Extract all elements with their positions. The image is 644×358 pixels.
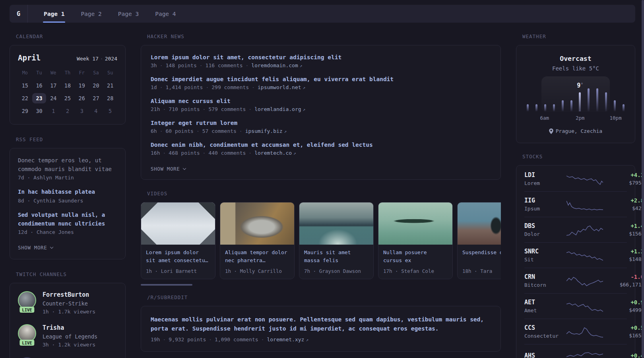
item-comments[interactable]: 299 comments [211,84,249,90]
calendar-day[interactable]: 25 [60,93,75,103]
video-card-body: Mauris sit amet massa felis7h · Grayson … [299,245,373,279]
app-logo[interactable]: G [10,5,28,23]
rss-item-title[interactable]: Sed volutpat nulla nisl, a condimentum n… [18,211,117,228]
calendar-day[interactable]: 19 [75,80,89,91]
left-column: CALENDAR April Week 17·2024 MoTuWeThFrSa… [10,33,126,358]
video-title[interactable]: Suspendisse diam [462,249,501,265]
video-card[interactable]: Lorem ipsum dolor sit amet consectetu…1h… [141,202,215,279]
hackernews-show-more-button[interactable]: SHOW MORE [151,166,186,172]
tab-page-1[interactable]: Page 1 [38,5,70,23]
hackernews-item-title[interactable]: Donec imperdiet augue tincidunt felis al… [151,76,491,82]
stock-row[interactable]: AHS+0.46% [524,344,627,358]
stock-row[interactable]: CCSConsectetur+0.51%$165.84 [524,319,627,344]
calendar-day[interactable]: 29 [18,106,32,116]
stock-row[interactable]: SNRCSit+1.36%$148.64 [524,242,627,268]
rss-item[interactable]: Donec tempor eros leo, ut commodo mauris… [18,156,117,181]
hackernews-item: Donec imperdiet augue tincidunt felis al… [151,76,491,90]
twitch-channel-name[interactable]: ForrestBurton [43,291,95,298]
meta-separator: · [248,106,252,112]
rss-item[interactable]: Sed volutpat nulla nisl, a condimentum n… [18,211,117,235]
item-comments[interactable]: 579 comments [208,106,246,112]
item-time: 6h [151,128,157,134]
meta-separator: · [203,106,206,112]
right-column: WEATHER Overcast Feels like 5°C 9° 6am2p… [516,33,635,358]
item-comments[interactable]: 116 comments [206,62,243,68]
calendar-day[interactable]: 1 [46,106,60,116]
external-link-icon: ↗ [293,151,296,156]
calendar-day[interactable]: 27 [89,93,103,103]
hackernews-item-title[interactable]: Integer eget rutrum lorem [151,120,491,126]
rss-item-title[interactable]: In hac habitasse platea [18,188,117,197]
source-link[interactable]: loremtech.co↗ [254,150,296,156]
calendar-day[interactable]: 21 [103,80,117,91]
page-scrollbar[interactable] [642,0,644,358]
calendar-day[interactable]: 22 [18,93,32,103]
stock-info: IIGIpsum [524,197,566,212]
source-link[interactable]: ipsumworld.net↗ [258,84,305,90]
video-card[interactable]: Suspendisse diam18h · Tara [457,202,501,279]
weather-condition: Overcast [524,55,627,62]
item-comments[interactable]: 1,090 comments [215,337,258,342]
calendar-day[interactable]: 4 [89,106,103,116]
stock-symbol: IIG [524,197,566,204]
top-navbar: G Page 1Page 2Page 3Page 4 [10,5,635,23]
calendar-day-selected[interactable]: 23 [32,93,47,103]
stock-row[interactable]: DBSDolor+1.42%$156.28 [524,217,627,242]
calendar-weekday: Tu [32,70,47,78]
videos-scrollbar-thumb[interactable] [141,284,192,286]
stock-row[interactable]: CRNBitcorn-1.00%$66,171.48 [524,268,627,293]
tab-page-4[interactable]: Page 4 [149,5,181,23]
video-title[interactable]: Nullam posuere cursus ex [383,249,448,265]
hackernews-item-title[interactable]: Aliquam nec cursus elit [151,98,491,104]
item-time: 21h [151,106,160,112]
stock-info: AHS [524,352,566,358]
stock-row[interactable]: LDILorem+4.35%$795.18 [524,166,627,191]
tab-page-2[interactable]: Page 2 [75,5,107,23]
calendar-day[interactable]: 3 [75,106,89,116]
calendar-day[interactable]: 24 [46,93,60,103]
rss-item[interactable]: In hac habitasse platea8d · Cynthia Saun… [18,188,117,204]
calendar-day[interactable]: 30 [32,106,47,116]
calendar-day[interactable]: 20 [89,80,103,91]
calendar-day[interactable]: 26 [75,93,89,103]
calendar-day[interactable]: 17 [46,80,60,91]
video-title[interactable]: Lorem ipsum dolor sit amet consectetu… [146,249,210,265]
twitch-channel-name[interactable]: Trisha [43,324,97,331]
item-comments[interactable]: 57 comments [202,128,237,134]
video-title[interactable]: Mauris sit amet massa felis [304,249,369,265]
video-title[interactable]: Aliquam tempor dolor nec pharetra… [225,249,289,265]
calendar-widget: April Week 17·2024 MoTuWeThFrSaSu1516171… [10,45,126,125]
stock-row[interactable]: IIGIpsum+2.84%$42.04 [524,191,627,217]
calendar-day[interactable]: 5 [103,106,117,116]
video-card[interactable]: Mauris sit amet massa felis7h · Grayson … [299,202,374,279]
calendar-day[interactable]: 2 [60,106,75,116]
calendar-weekday: We [46,70,60,78]
stock-symbol: DBS [524,222,566,230]
calendar-day[interactable]: 18 [60,80,75,91]
weather-time-label: 6am [540,115,549,121]
item-comments[interactable]: 440 comments [208,150,246,156]
stocks-widget: LDILorem+4.35%$795.18IIGIpsum+2.84%$42.0… [516,165,635,358]
calendar-day[interactable]: 15 [18,80,32,91]
hackernews-item-title[interactable]: Donec enim nibh, condimentum et accumsan… [151,142,491,148]
source-link[interactable]: loremdomain.com↗ [251,62,302,68]
calendar-day[interactable]: 28 [103,93,117,103]
twitch-channel-item[interactable]: LIVETrishaLeague of Legends3h · 1.2k vie… [18,324,117,348]
twitch-channel-item[interactable]: LIVEForrestBurtonCounter-Strike1h · 1.7k… [18,291,117,315]
hackernews-item-title[interactable]: Lorem ipsum dolor sit amet, consectetur … [151,54,491,60]
stock-row[interactable]: AETAmet+0.92%$499.72 [524,293,627,319]
source-link[interactable]: loremlandia.org↗ [254,106,305,112]
rss-show-more-button[interactable]: SHOW MORE [18,245,53,251]
calendar-day[interactable]: 16 [32,80,47,91]
source-link[interactable]: ipsumify.biz↗ [245,128,287,134]
item-time: 3h [151,62,157,68]
tab-page-3[interactable]: Page 3 [113,5,144,23]
source-link[interactable]: loremnet.xyz↗ [267,337,308,342]
weather-bar [579,92,581,111]
subreddit-post-title[interactable]: Maecenas mollis pulvinar erat non posuer… [151,315,491,333]
external-link-icon: ↗ [303,85,306,90]
video-card[interactable]: Aliquam tempor dolor nec pharetra…1h · M… [220,202,295,279]
video-card[interactable]: Nullam posuere cursus ex17h · Stefan Col… [378,202,453,279]
rss-item-title[interactable]: Donec tempor eros leo, ut commodo mauris… [18,156,117,173]
stocks-header: STOCKS [522,154,635,160]
